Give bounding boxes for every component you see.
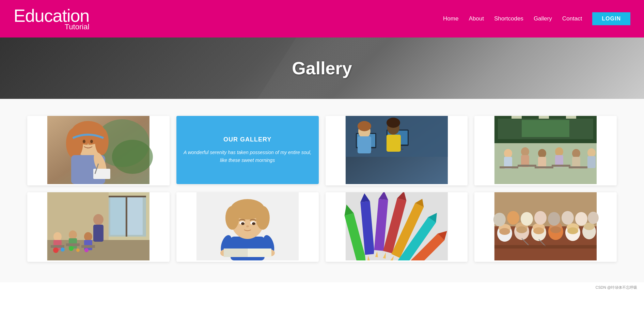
svg-point-68: [84, 232, 92, 241]
nav-contact[interactable]: Contact: [562, 15, 582, 22]
svg-point-66: [69, 230, 77, 239]
gallery-item-6[interactable]: [176, 192, 319, 262]
students-computers-image: [326, 116, 468, 184]
svg-rect-72: [81, 245, 95, 248]
gallery-item-1[interactable]: [27, 116, 170, 185]
nav-shortcodes[interactable]: Shortcodes: [494, 15, 523, 22]
site-logo: Education Tutorial: [14, 7, 89, 31]
watermark: CSDN @叶绿体不忘呼吸: [0, 282, 644, 293]
svg-point-43: [555, 147, 563, 156]
svg-point-64: [53, 232, 62, 241]
svg-point-153: [575, 212, 587, 226]
site-header: Education Tutorial Home About Shortcodes…: [0, 0, 644, 37]
login-button[interactable]: LOGIN: [592, 12, 630, 25]
svg-point-141: [550, 226, 561, 233]
svg-rect-36: [522, 120, 569, 137]
svg-point-6: [95, 128, 109, 155]
svg-rect-86: [224, 249, 248, 257]
svg-point-91: [225, 206, 239, 230]
svg-rect-28: [357, 136, 371, 153]
nav-home[interactable]: Home: [443, 15, 458, 22]
svg-point-75: [69, 246, 74, 251]
svg-point-149: [521, 212, 533, 226]
svg-point-27: [386, 118, 400, 128]
svg-point-151: [548, 212, 560, 226]
svg-point-47: [587, 148, 596, 157]
gallery-item-3[interactable]: [326, 116, 468, 185]
gallery-section: OUR GALLERY A wonderful serenity has tak…: [0, 99, 644, 282]
svg-point-97: [246, 225, 249, 227]
svg-point-150: [534, 211, 547, 225]
svg-point-154: [588, 212, 599, 224]
svg-rect-63: [93, 225, 104, 242]
colored-pencils-image: [326, 192, 468, 260]
svg-point-138: [533, 227, 544, 234]
svg-point-132: [499, 228, 510, 235]
svg-point-76: [76, 249, 80, 252]
svg-point-41: [538, 149, 546, 158]
svg-point-7: [83, 140, 85, 143]
svg-rect-35: [566, 116, 576, 119]
svg-rect-157: [494, 245, 597, 249]
svg-point-152: [562, 211, 574, 225]
svg-point-77: [84, 248, 89, 252]
gallery-info-box[interactable]: OUR GALLERY A wonderful serenity has tak…: [176, 116, 319, 184]
svg-rect-56: [110, 197, 126, 235]
svg-point-62: [93, 214, 104, 225]
svg-rect-53: [569, 166, 587, 168]
logo-main-text: Education: [14, 7, 89, 25]
svg-point-147: [493, 213, 506, 226]
hero-title: Gallery: [292, 58, 352, 78]
svg-rect-59: [126, 196, 127, 237]
logo-sub-text: Tutorial: [14, 23, 89, 31]
svg-rect-105: [365, 254, 375, 260]
svg-rect-33: [512, 116, 522, 119]
nav-gallery[interactable]: Gallery: [534, 15, 552, 22]
svg-point-45: [572, 149, 580, 158]
girl-writing-image: [27, 116, 170, 184]
svg-rect-50: [518, 165, 536, 167]
svg-point-74: [61, 247, 65, 252]
svg-point-9: [87, 144, 89, 145]
audience-image: [474, 192, 617, 260]
gallery-grid: OUR GALLERY A wonderful serenity has tak…: [27, 116, 617, 262]
svg-rect-29: [386, 135, 400, 152]
svg-rect-51: [535, 166, 553, 168]
svg-point-25: [357, 121, 371, 131]
svg-rect-48: [587, 156, 596, 168]
hero-banner: Gallery: [0, 37, 644, 99]
svg-point-148: [507, 211, 519, 225]
svg-point-96: [252, 222, 255, 225]
svg-rect-71: [66, 243, 80, 246]
svg-point-95: [241, 222, 245, 225]
gallery-item-4[interactable]: [474, 116, 617, 185]
svg-point-5: [66, 128, 83, 159]
boy-reading-image: [176, 192, 319, 260]
gallery-item-8[interactable]: [474, 192, 617, 262]
nav-about[interactable]: About: [469, 15, 484, 22]
svg-point-8: [90, 140, 93, 143]
svg-point-39: [521, 147, 529, 156]
svg-rect-34: [539, 116, 549, 119]
svg-rect-52: [552, 165, 570, 167]
svg-point-135: [516, 226, 527, 233]
svg-point-37: [504, 149, 512, 158]
info-box-description: A wonderful serenity has taken possessio…: [183, 149, 312, 164]
svg-point-144: [567, 227, 578, 234]
gallery-item-5[interactable]: [27, 192, 170, 262]
svg-rect-87: [248, 249, 271, 257]
main-nav: Home About Shortcodes Gallery Contact LO…: [443, 12, 630, 25]
info-box-title: OUR GALLERY: [223, 136, 271, 143]
svg-point-2: [112, 140, 153, 174]
watermark-text: CSDN @叶绿体不忘呼吸: [596, 285, 637, 289]
svg-rect-49: [500, 166, 518, 168]
classroom-image: [474, 116, 617, 184]
svg-point-92: [256, 206, 270, 230]
svg-rect-70: [51, 245, 64, 248]
gallery-item-7[interactable]: [326, 192, 468, 262]
colorful-classroom-image: [27, 192, 170, 260]
svg-rect-57: [127, 197, 143, 235]
svg-point-73: [53, 247, 59, 253]
